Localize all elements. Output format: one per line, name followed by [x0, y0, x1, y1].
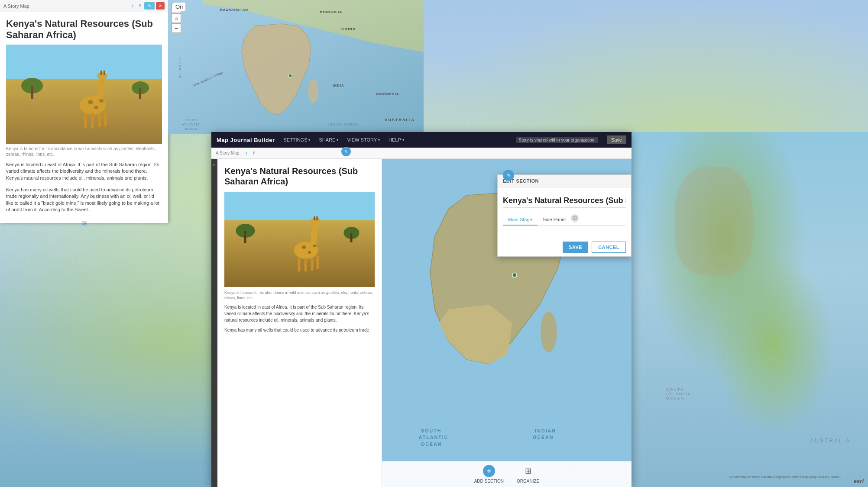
twitter-icon-left[interactable]: 𝕥	[130, 3, 136, 9]
svg-rect-45	[317, 256, 319, 269]
svg-text:ATLANTIC: ATLANTIC	[182, 123, 200, 126]
social-icons-builder: 𝕥 𝕗	[243, 150, 257, 156]
story-map-label-left: A Story Map	[3, 3, 29, 9]
story-map-edit-icon[interactable]: ✎	[341, 147, 351, 156]
builder-giraffe-svg	[224, 192, 375, 287]
organize-label: ORGANIZE	[517, 479, 539, 484]
top-map-panel: KAZAKHSTAN MONGOLIA CHINA INDIA INDONESI…	[168, 0, 424, 134]
settings-label: SETTINGS	[283, 137, 307, 142]
builder-title: Map Journal Builder	[217, 137, 275, 143]
modal-footer: SAVE CANCEL	[498, 238, 631, 256]
builder-left-text-2: Kenya has many oil wells that could be u…	[224, 327, 375, 333]
left-panel-text-1: Kenya is located in east of Africa. It i…	[0, 159, 168, 184]
top-map-content: KAZAKHSTAN MONGOLIA CHINA INDIA INDONESI…	[168, 0, 424, 134]
svg-point-48	[313, 245, 317, 247]
right-background-map: SOUTHATLANTICOCEAN AUSTRALIA esri Conten…	[632, 132, 868, 487]
side-panel-tab[interactable]: Side Panel	[538, 214, 571, 226]
builder-content: ⌂ Kenya's Natural Resources (Sub Saharan…	[211, 159, 632, 487]
left-panel-caption: Kenya is famous for its abundance in wil…	[0, 144, 168, 159]
view-story-nav[interactable]: VIEW STORY ▾	[347, 137, 380, 142]
builder-left-title: Kenya's Natural Resources (Sub Saharan A…	[224, 166, 375, 187]
svg-rect-42	[298, 258, 301, 271]
edit-section-modal: ✎ EDIT SECTION Main Stage Side Panel ⓘ S…	[497, 174, 632, 257]
organize-grid-icon: ⊞	[522, 465, 534, 477]
svg-text:INDIAN OCEAN: INDIAN OCEAN	[328, 123, 359, 126]
left-panel-header: A Story Map 𝕥 𝕗 ✎ ✕	[0, 0, 168, 12]
organize-button[interactable]: ⊞ ORGANIZE	[517, 465, 539, 484]
story-map-label: A Story Map	[216, 151, 239, 155]
help-label: HELP	[389, 137, 401, 142]
builder-nav-sidebar: ⌂	[211, 159, 217, 487]
main-stage-tab[interactable]: Main Stage	[503, 214, 538, 226]
social-icons-left: 𝕥 𝕗 ✎ ✕	[130, 2, 165, 10]
left-panel-image: ⤢	[6, 45, 162, 144]
south-atlantic-label: SOUTHATLANTICOCEAN	[666, 387, 692, 400]
australia-right-label: AUSTRALIA	[810, 438, 851, 444]
share-nav[interactable]: SHARE ▾	[319, 137, 338, 142]
svg-point-50	[541, 312, 557, 353]
add-circle-icon: +	[483, 465, 495, 477]
svg-text:INDONESIA: INDONESIA	[376, 92, 399, 96]
facebook-icon-builder[interactable]: 𝕗	[251, 150, 257, 156]
add-section-button[interactable]: + ADD SECTION	[474, 465, 504, 484]
svg-text:OCEAN: OCEAN	[185, 127, 198, 130]
svg-rect-2	[31, 86, 33, 99]
svg-rect-44	[311, 258, 314, 271]
svg-text:ATLANTIC: ATLANTIC	[178, 57, 181, 78]
story-map-bar: A Story Map 𝕥 𝕗	[211, 148, 632, 159]
svg-point-7	[97, 72, 107, 80]
left-background-panel: A Story Map 𝕥 𝕗 ✎ ✕ Kenya's Natural Reso…	[0, 0, 168, 223]
builder-left-text-1: Kenya is located in east of Africa. It i…	[224, 304, 375, 323]
svg-point-18	[308, 79, 318, 103]
add-section-bar: + ADD SECTION ⊞ ORGANIZE	[382, 461, 632, 487]
svg-rect-9	[104, 71, 105, 75]
edit-button-left[interactable]: ✎	[144, 2, 155, 10]
modal-header: EDIT SECTION	[498, 175, 631, 187]
help-chevron: ▾	[402, 138, 404, 142]
svg-text:OCEAN: OCEAN	[533, 435, 554, 440]
modal-title-input[interactable]	[503, 194, 626, 208]
svg-text:CHINA: CHINA	[341, 27, 356, 31]
story-shared-badge: Story is shared within your organization…	[516, 137, 598, 143]
facebook-icon-left[interactable]: 𝕗	[137, 3, 143, 9]
africa-shape-right	[675, 167, 753, 275]
left-panel-title: Kenya's Natural Resources (Sub Saharan A…	[0, 12, 168, 45]
save-button-header[interactable]: Save	[607, 135, 626, 144]
settings-chevron: ▾	[308, 138, 310, 142]
settings-nav[interactable]: SETTINGS ▾	[283, 137, 310, 142]
svg-rect-12	[98, 113, 101, 127]
svg-text:INDIA: INDIA	[333, 84, 344, 87]
home-button-top[interactable]: ⌂	[172, 13, 181, 23]
builder-overlay: Map Journal Builder SETTINGS ▾ SHARE ▾ V…	[211, 132, 632, 487]
modal-save-button[interactable]: SAVE	[563, 242, 588, 253]
svg-rect-36	[350, 233, 353, 242]
share-chevron: ▾	[337, 138, 338, 142]
svg-text:SOUTH: SOUTH	[421, 428, 441, 433]
nav-home-icon[interactable]: ⌂	[213, 162, 216, 167]
modal-body: Main Stage Side Panel ⓘ	[498, 187, 631, 238]
builder-right-map: SOUTH ATLANTIC OCEAN INDIAN OCEAN AUSTRA…	[382, 159, 632, 487]
svg-point-16	[99, 99, 104, 103]
svg-rect-10	[84, 113, 87, 128]
svg-point-39	[311, 218, 321, 225]
svg-text:AUSTRALIA: AUSTRALIA	[385, 118, 415, 122]
esri-brand-right: esri	[854, 478, 864, 484]
svg-point-15	[94, 106, 98, 109]
svg-text:MONGOLIA: MONGOLIA	[320, 10, 342, 14]
modal-cancel-button[interactable]: CANCEL	[592, 242, 626, 253]
modal-edit-icon: ✎	[503, 170, 514, 181]
svg-text:INDIAN: INDIAN	[535, 428, 556, 433]
help-nav[interactable]: HELP ▾	[389, 137, 404, 142]
view-story-label: VIEW STORY	[347, 137, 377, 142]
tab-info-icon[interactable]: ⓘ	[571, 214, 579, 222]
builder-left-caption: Kenya is famous for its abundance in wil…	[224, 290, 375, 300]
svg-text:KAZAKHSTAN: KAZAKHSTAN	[220, 8, 248, 12]
twitter-icon-builder[interactable]: 𝕥	[243, 150, 249, 156]
on-label: On	[173, 3, 185, 11]
zoom-out-button-top[interactable]: −	[172, 23, 181, 33]
close-button-left[interactable]: ✕	[156, 2, 165, 10]
left-panel-text-2: Kenya has many oil wells that could be u…	[0, 184, 168, 216]
svg-rect-40	[314, 216, 315, 220]
builder-left-panel: Kenya's Natural Resources (Sub Saharan A…	[217, 159, 382, 487]
content-notice: Content may not reflect National Geograp…	[729, 475, 842, 478]
